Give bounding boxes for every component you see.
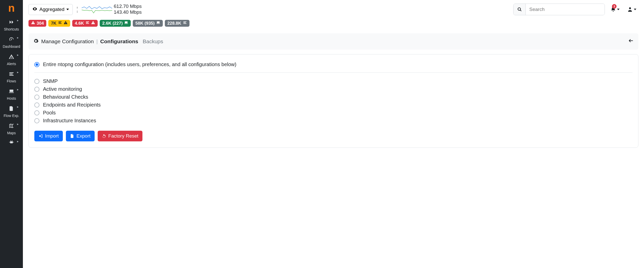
option-label: Active monitoring [43,86,82,92]
tab-configurations[interactable]: Configurations [100,38,138,44]
sparkline-icon [82,4,112,14]
svg-rect-7 [12,141,12,142]
svg-rect-3 [10,141,13,143]
svg-rect-15 [86,22,88,23]
option-endpoints-and-recipients[interactable]: Endpoints and Recipients [34,101,633,109]
traffic-download: 612.70 Mbps [114,4,142,9]
divider [34,72,633,73]
back-button[interactable] [628,38,634,45]
status-badge[interactable]: 2.6K (227) [100,20,131,27]
warn-icon [91,21,95,26]
export-button[interactable]: Export [66,131,95,141]
caret-right-icon: ▶ [17,54,19,56]
sidebar: n Shortcuts▶Dashboard▶Alerts▶Flows▶Hosts… [0,0,23,151]
sidebar-item-label: Flows [7,79,16,83]
caret-down-icon [634,9,636,10]
status-badge[interactable]: 4.6K [72,20,98,27]
option-pools[interactable]: Pools [34,109,633,117]
traffic-sparkline: 612.70 Mbps 143.40 Mbps [82,4,142,15]
option-behavioural-checks[interactable]: Behavioural Checks [34,93,633,101]
radio-entire-config[interactable] [34,62,39,67]
stream-icon [58,21,62,26]
radio-input[interactable] [34,87,39,92]
svg-rect-5 [13,142,14,142]
svg-rect-14 [86,21,89,22]
user-icon [627,7,633,12]
radio-input[interactable] [34,95,39,100]
notification-badge: 3 [612,4,617,9]
notifications-button[interactable]: 3 [608,5,622,14]
caret-right-icon: ▶ [17,88,19,91]
caret-right-icon: ▶ [17,106,19,108]
option-active-monitoring[interactable]: Active monitoring [34,85,633,93]
sidebar-item-alerts[interactable]: Alerts▶ [3,51,20,69]
traffic-upload: 143.40 Mbps [114,9,142,15]
status-badge[interactable]: 58K (935) [133,20,163,27]
search-button[interactable] [514,4,526,15]
card-footer: Import Export Factory Reset [34,131,633,141]
caret-right-icon: ▶ [17,140,19,143]
caret-right-icon: ▶ [17,37,19,39]
sidebar-item-label: Maps [7,131,16,135]
sidebar-item-flowexp[interactable]: Flow Exp.▶ [3,103,20,121]
top-bar: Aggregated ↑↓ 612.70 Mbps 143.40 Mbps [28,4,638,15]
status-badge[interactable]: 228.8K [165,20,189,27]
svg-rect-11 [58,21,62,22]
radio-input[interactable] [34,118,39,123]
warning-icon [31,21,35,26]
svg-rect-12 [58,22,61,23]
search-group [513,4,605,15]
badge-text: 4.6K [75,21,84,26]
up-down-arrows-icon: ↑↓ [76,6,78,13]
svg-rect-19 [183,23,186,24]
caret-right-icon: ▶ [17,71,19,73]
caret-down-icon [66,9,69,10]
svg-rect-13 [58,23,62,24]
sidebar-item-shortcuts[interactable]: Shortcuts▶ [3,17,20,34]
user-menu[interactable] [625,5,638,14]
tab-backups[interactable]: Backups [143,38,163,44]
option-infrastructure-instances[interactable]: Infrastructure Instances [34,117,633,125]
gear-icon [33,38,39,45]
config-card: Entire ntopng configuration (includes us… [28,54,638,148]
radio-input[interactable] [34,102,39,108]
svg-rect-1 [9,74,13,75]
radio-input[interactable] [34,110,39,115]
svg-point-8 [518,8,521,10]
svg-point-10 [629,7,631,9]
sidebar-item-label: Shortcuts [4,27,19,31]
search-input[interactable] [526,4,605,15]
badge-text: 2.6K (227) [102,21,123,26]
option-snmp[interactable]: SNMP [34,77,633,85]
page-title: Manage Configuration [41,38,94,44]
badge-text: 304 [37,21,44,26]
caret-down-icon [617,9,620,10]
sidebar-item-label: Dashboard [3,44,20,49]
separator: | [96,38,98,44]
sidebar-item-extra[interactable]: ▶ [3,138,20,148]
svg-rect-16 [86,23,89,24]
option-label: Pools [43,110,56,116]
option-label: Endpoints and Recipients [43,102,101,108]
option-label: Behavioural Checks [43,94,88,100]
option-entire-config[interactable]: Entire ntopng configuration (includes us… [34,61,633,68]
factory-reset-button[interactable]: Factory Reset [98,131,142,141]
sidebar-item-hosts[interactable]: Hosts▶ [3,86,20,103]
svg-rect-17 [183,21,186,22]
aggregated-dropdown[interactable]: Aggregated [28,4,73,15]
sidebar-item-dashboard[interactable]: Dashboard▶ [3,34,20,51]
status-badge[interactable]: 7K [48,20,70,27]
import-icon [38,134,43,138]
import-button[interactable]: Import [34,131,63,141]
status-badges: 3047K4.6K2.6K (227)58K (935)228.8K [28,20,638,27]
status-badge[interactable]: 304 [28,20,46,27]
brand-logo[interactable]: n [8,2,15,14]
arrow-left-icon [628,38,634,43]
sidebar-item-maps[interactable]: Maps▶ [3,121,20,138]
svg-rect-4 [9,142,10,142]
radio-input[interactable] [34,79,39,84]
badge-text: 7K [51,21,56,26]
sidebar-item-flows[interactable]: Flows▶ [3,69,20,86]
badge-text: 58K (935) [135,21,155,26]
aggregated-label: Aggregated [39,7,64,12]
